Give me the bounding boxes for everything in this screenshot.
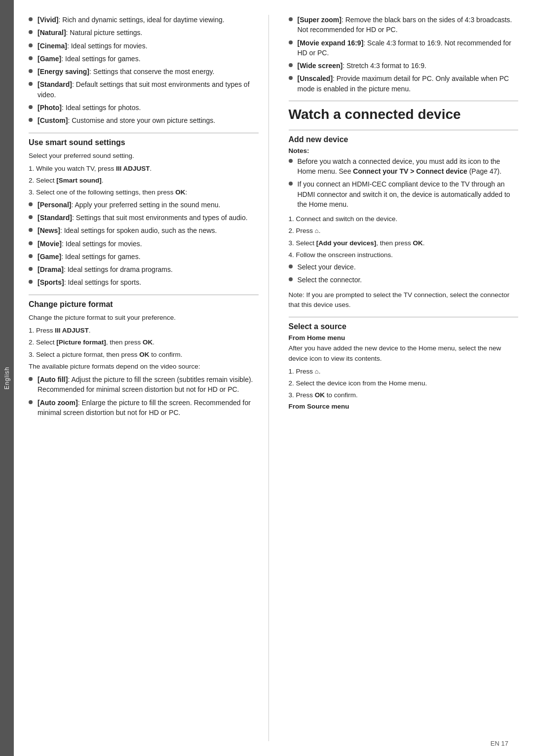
list-item: [Photo]: Ideal settings for photos. (29, 103, 259, 113)
from-source-heading: From Source menu (289, 403, 519, 410)
change-picture-section: Change picture format Change the picture… (29, 300, 259, 417)
bullet-text: [Vivid]: Rich and dynamic settings, idea… (38, 15, 259, 25)
term: [Standard] (38, 80, 72, 88)
bullet-text: [Energy saving]: Settings that conserve … (38, 67, 259, 76)
add-device-section: Add new device Notes: Before you watch a… (289, 135, 519, 310)
ok-bold2: OK (143, 339, 152, 346)
bullet-dot (29, 202, 33, 206)
bullet-text: [Cinema]: Ideal settings for movies. (38, 41, 259, 51)
bullet-text: [Game]: Ideal settings for games. (38, 54, 259, 64)
bullet-dot (289, 265, 293, 268)
term: [Sports] (38, 278, 64, 286)
bullet-text: [Movie]: Ideal settings for movies. (38, 239, 259, 249)
term: [Drama] (38, 265, 64, 273)
term: [News] (38, 227, 60, 234)
select-source-heading: Select a source (289, 322, 519, 331)
notes-list: Before you watch a connected device, you… (289, 156, 519, 209)
ok-bold5: OK (315, 391, 325, 399)
bullet-text: [Game]: Ideal settings for games. (38, 252, 259, 262)
smart-sound-heading: Use smart sound settings (29, 138, 259, 147)
list-item: Before you watch a connected device, you… (289, 156, 519, 177)
bullet-dot (289, 182, 293, 186)
bullet-text: [News]: Ideal settings for spoken audio,… (38, 226, 259, 235)
change-picture-heading: Change picture format (29, 300, 259, 309)
change-step3: 3. Select a picture format, then press O… (29, 350, 259, 360)
bullet-text: Select the connector. (298, 275, 519, 285)
bullet-text: [Movie expand 16:9]: Scale 4:3 format to… (298, 38, 519, 58)
bullet-text: [Auto fill]: Adjust the picture to fill … (38, 375, 259, 395)
divider (29, 133, 259, 133)
list-item: [Super zoom]: Remove the black bars on t… (289, 15, 519, 35)
watch-connected-heading: Watch a connected device (289, 106, 519, 123)
bullet-dot (289, 76, 293, 80)
term: [Super zoom] (298, 16, 342, 24)
bullet-dot (29, 377, 33, 381)
list-item: [Auto zoom]: Enlarge the picture to fill… (29, 398, 259, 418)
term: [Wide screen] (298, 62, 343, 70)
bullet-text: [Sports]: Ideal settings for sports. (38, 277, 259, 287)
ok-bold: OK (175, 189, 185, 196)
adjust-bold2: III ADJUST (55, 327, 89, 334)
bullet-dot (29, 118, 33, 122)
list-item: [News]: Ideal settings for spoken audio,… (29, 226, 259, 235)
home-icon2: ⌂ (315, 367, 319, 377)
ok-bold3: OK (139, 351, 149, 358)
list-item: [Auto fill]: Adjust the picture to fill … (29, 375, 259, 395)
from-home-text: After you have added the new device to t… (289, 343, 519, 364)
list-item: Select the connector. (289, 275, 519, 285)
change-picture-intro: Change the picture format to suit your p… (29, 313, 259, 323)
home-step2: 2. Select the device icon from the Home … (289, 378, 519, 388)
add-step3: 3. Select [Add your devices], then press… (289, 238, 519, 248)
bullet-dot (29, 105, 33, 109)
add-device-heading: Add new device (289, 135, 519, 144)
final-bullets-list: Select your device. Select the connector… (289, 262, 519, 285)
list-item: [Standard]: Settings that suit most envi… (29, 213, 259, 223)
list-item: [Personal]: Apply your preferred setting… (29, 200, 259, 210)
list-item: [Movie expand 16:9]: Scale 4:3 format to… (289, 38, 519, 58)
term: [Natural] (38, 29, 66, 37)
bullet-dot (29, 241, 33, 245)
add-step1: 1. Connect and switch on the device. (289, 214, 519, 224)
divider2 (289, 130, 519, 130)
bullet-dot (29, 400, 33, 404)
language-label: English (3, 367, 10, 389)
right-column: [Super zoom]: Remove the black bars on t… (284, 15, 519, 741)
bullet-dot (29, 56, 33, 60)
bullet-text: If you connect an HDMI-CEC compliant dev… (298, 179, 519, 209)
bullet-dot (29, 43, 33, 47)
add-step4: 4. Follow the onscreen instructions. (289, 250, 519, 260)
bullet-dot (289, 159, 293, 163)
smart-sound-intro: Select your preferred sound setting. (29, 151, 259, 161)
bullet-text: [Photo]: Ideal settings for photos. (38, 103, 259, 113)
divider (29, 295, 259, 295)
left-column: [Vivid]: Rich and dynamic settings, idea… (29, 15, 269, 741)
home-icon: ⌂ (315, 226, 319, 236)
term: [Personal] (38, 201, 71, 209)
picture-format-list: [Auto fill]: Adjust the picture to fill … (29, 375, 259, 417)
page-number: EN 17 (491, 740, 508, 747)
select-source-section: Select a source From Home menu After you… (289, 322, 519, 410)
term: [Photo] (38, 104, 62, 112)
connect-tv-bold: Connect your TV > Connect device (353, 167, 467, 175)
term: [Standard] (38, 214, 72, 222)
bullet-dot (289, 17, 293, 21)
bullet-text: [Auto zoom]: Enlarge the picture to fill… (38, 398, 259, 418)
right-bullets-list: [Super zoom]: Remove the black bars on t… (289, 15, 519, 94)
bullet-dot (29, 254, 33, 258)
list-item: [Drama]: Ideal settings for drama progra… (29, 265, 259, 274)
term: [Auto zoom] (38, 399, 78, 407)
step1-text: 1. While you watch TV, press III ADJUST. (29, 164, 259, 174)
list-item: If you connect an HDMI-CEC compliant dev… (289, 179, 519, 209)
adjust-bold: III ADJUST (116, 165, 150, 172)
bullet-text: [Custom]: Customise and store your own p… (38, 115, 259, 125)
term: [Vivid] (38, 16, 59, 24)
term: [Movie expand 16:9] (298, 39, 364, 47)
term: [Cinema] (38, 42, 67, 50)
list-item: [Game]: Ideal settings for games. (29, 252, 259, 262)
list-item: [Vivid]: Rich and dynamic settings, idea… (29, 15, 259, 25)
bullet-text: [Natural]: Natural picture settings. (38, 28, 259, 38)
term: [Unscaled] (298, 75, 333, 82)
divider3 (289, 317, 519, 317)
smart-sound-list: [Personal]: Apply your preferred setting… (29, 200, 259, 288)
home-step1: 1. Press ⌂. (289, 367, 519, 377)
